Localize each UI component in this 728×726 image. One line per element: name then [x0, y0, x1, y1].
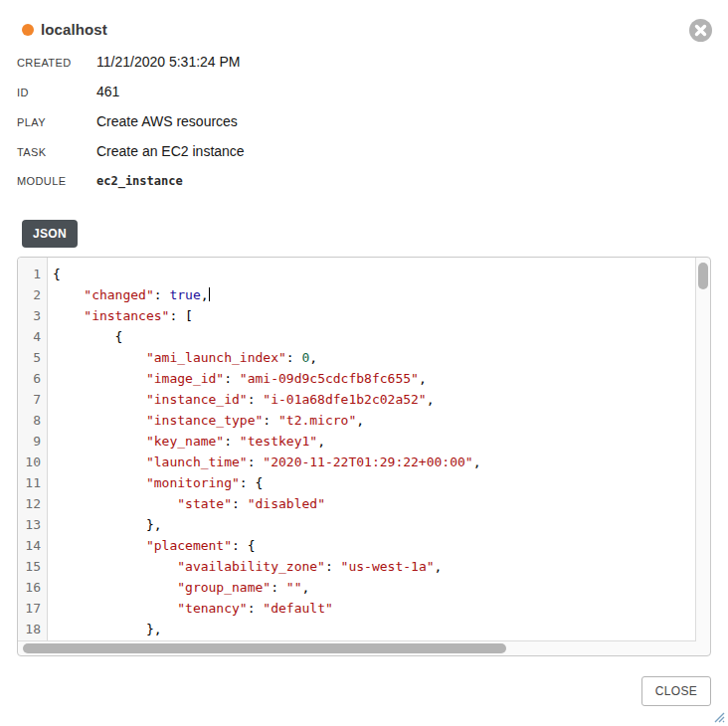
- code-line: "monitoring": {: [53, 472, 695, 493]
- code-line: "tenancy": "default": [53, 598, 695, 619]
- code-editor[interactable]: 123456789101112131415161718 { "changed":…: [18, 258, 696, 641]
- line-number: 15: [18, 556, 47, 577]
- code-line: "group_name": "",: [53, 577, 695, 598]
- detail-value: Create an EC2 instance: [96, 142, 245, 160]
- json-tab-button[interactable]: JSON: [22, 220, 78, 248]
- code-line: "state": "disabled": [53, 493, 695, 514]
- code-line: "image_id": "ami-09d9c5cdcfb8fc655",: [53, 368, 695, 389]
- detail-label: CREATED: [17, 54, 96, 72]
- detail-value: 461: [96, 83, 119, 100]
- code-line: "changed": true,: [53, 284, 695, 305]
- close-button[interactable]: CLOSE: [641, 676, 711, 706]
- code-line: "launch_time": "2020-11-22T01:29:22+00:0…: [53, 452, 695, 472]
- line-number: 9: [18, 431, 47, 452]
- text-cursor: [209, 287, 210, 301]
- vertical-scrollbar[interactable]: [697, 259, 709, 640]
- code-line: },: [53, 619, 695, 639]
- detail-value: Create AWS resources: [96, 112, 238, 130]
- code-line: "instances": [: [53, 305, 695, 326]
- line-number: 10: [18, 452, 47, 472]
- detail-label: ID: [17, 84, 96, 101]
- detail-row: TASKCreate an EC2 instance: [17, 142, 706, 161]
- line-number-gutter: 123456789101112131415161718: [18, 258, 48, 640]
- line-number: 3: [18, 305, 47, 326]
- json-output-box: 123456789101112131415161718 { "changed":…: [17, 257, 711, 656]
- line-number: 14: [18, 535, 47, 556]
- code-line: {: [53, 326, 695, 347]
- modal-header: localhost: [0, 0, 728, 38]
- host-event-modal: { "header": { "host": "localhost", "stat…: [0, 0, 728, 726]
- code-line: },: [53, 514, 695, 535]
- line-number: 8: [18, 410, 47, 431]
- vertical-scrollbar-thumb[interactable]: [698, 263, 708, 289]
- host-status-icon: [22, 24, 34, 36]
- code-line: "key_name": "testkey1",: [53, 431, 695, 452]
- detail-label: PLAY: [17, 113, 96, 131]
- horizontal-scrollbar[interactable]: [19, 642, 695, 654]
- line-number: 11: [18, 472, 47, 493]
- code-line: "instance_type": "t2.micro",: [53, 410, 695, 431]
- detail-label: TASK: [17, 143, 96, 161]
- line-number: 18: [18, 619, 47, 639]
- detail-label: MODULE: [17, 172, 96, 190]
- detail-value: 11/21/2020 5:31:24 PM: [96, 53, 241, 71]
- detail-value: ec2_instance: [96, 172, 183, 190]
- line-number: 12: [18, 493, 47, 514]
- line-number: 7: [18, 389, 47, 410]
- line-number: 5: [18, 347, 47, 368]
- line-number: 17: [18, 598, 47, 619]
- code-line: "availability_zone": "us-west-1a",: [53, 556, 695, 577]
- resize-handle-icon[interactable]: [713, 711, 725, 723]
- code-line: "placement": {: [53, 535, 695, 556]
- detail-row: PLAYCreate AWS resources: [17, 112, 706, 131]
- horizontal-scrollbar-thumb[interactable]: [23, 643, 506, 653]
- close-icon[interactable]: [689, 19, 712, 42]
- line-number: 1: [18, 264, 47, 284]
- code-line: {: [53, 264, 695, 284]
- detail-row: CREATED11/21/2020 5:31:24 PM: [17, 53, 706, 72]
- line-number: 4: [18, 326, 47, 347]
- code-line: "instance_id": "i-01a68dfe1b2c02a52",: [53, 389, 695, 410]
- detail-row: MODULEec2_instance: [17, 172, 706, 190]
- line-number: 2: [18, 284, 47, 305]
- line-number: 13: [18, 514, 47, 535]
- code-content: { "changed": true, "instances": [ { "ami…: [48, 258, 695, 640]
- code-line: "ami_launch_index": 0,: [53, 347, 695, 368]
- line-number: 6: [18, 368, 47, 389]
- detail-row: ID461: [17, 83, 706, 101]
- line-number: 16: [18, 577, 47, 598]
- event-details: CREATED11/21/2020 5:31:24 PMID461PLAYCre…: [17, 53, 706, 190]
- host-title: localhost: [41, 21, 107, 38]
